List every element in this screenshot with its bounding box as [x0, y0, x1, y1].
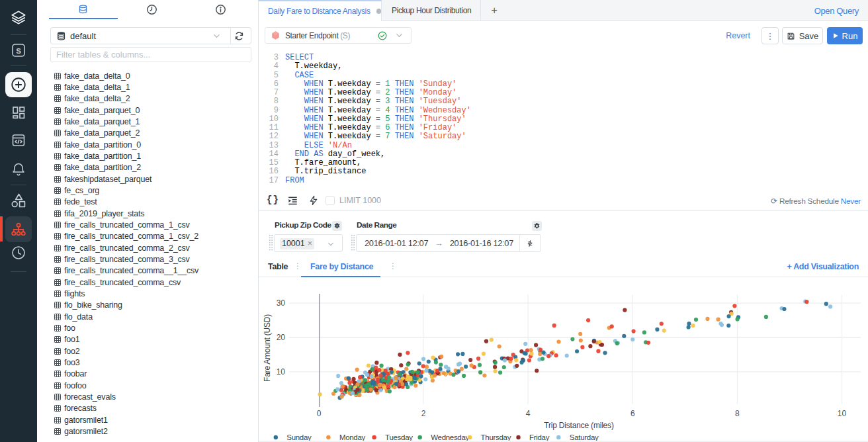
- svg-text:30: 30: [277, 298, 286, 308]
- svg-text:Trip Distance (miles): Trip Distance (miles): [544, 421, 614, 430]
- svg-text:10: 10: [277, 367, 286, 376]
- svg-text:0: 0: [317, 409, 322, 418]
- svg-text:6: 6: [630, 409, 635, 418]
- svg-text:2: 2: [421, 409, 426, 418]
- svg-text:10: 10: [838, 409, 847, 418]
- svg-text:S: S: [16, 47, 21, 55]
- svg-text:8: 8: [735, 409, 740, 418]
- svg-text:Fare Amount (USD): Fare Amount (USD): [263, 314, 272, 382]
- svg-text:4: 4: [526, 409, 531, 418]
- svg-text:20: 20: [277, 333, 286, 342]
